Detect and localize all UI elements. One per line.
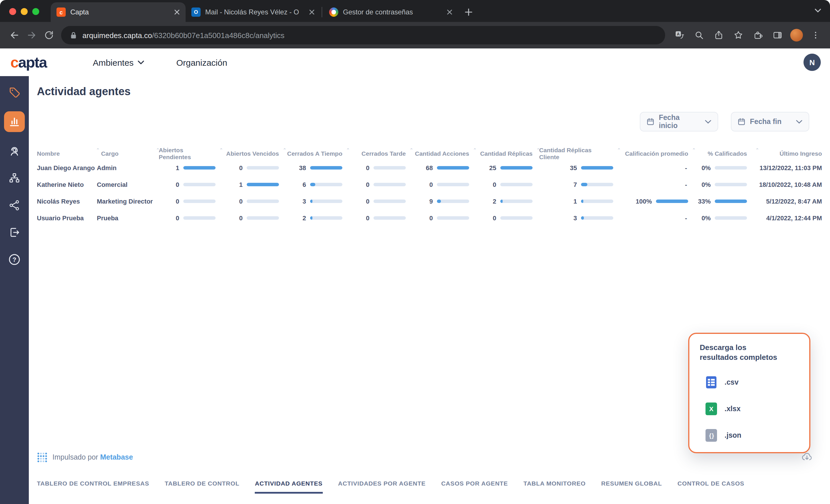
- close-tab-icon[interactable]: [447, 9, 452, 15]
- cell-metric: 0%: [693, 214, 756, 221]
- cell-metric: 35: [537, 164, 618, 171]
- cell-metric: 0: [347, 164, 410, 171]
- cell-metric: 0: [157, 181, 220, 188]
- new-tab-button[interactable]: [460, 4, 477, 20]
- dashboard-tab-tabla-monitoreo[interactable]: TABLA MONITOREO: [523, 480, 585, 494]
- nav-ambientes[interactable]: Ambientes: [93, 57, 144, 67]
- column-header-label: Cerrados A Tiempo: [287, 150, 342, 157]
- sort-caret-icon: ˆ: [756, 148, 758, 154]
- mini-bar: [374, 216, 406, 219]
- cell-value: 33%: [698, 197, 711, 204]
- cell-value: 0%: [701, 214, 711, 221]
- dashboard-tab-control-de-casos[interactable]: CONTROL DE CASOS: [677, 480, 744, 494]
- reload-button[interactable]: [40, 27, 58, 44]
- table-row[interactable]: Katherine NietoComercial0160007-0%18/10/…: [37, 176, 830, 193]
- app-nav: Ambientes Organización: [93, 57, 227, 67]
- start-date-filter[interactable]: Fecha inicio: [640, 112, 718, 131]
- download-option-xlsx[interactable]: X .xlsx: [700, 403, 799, 415]
- column-header[interactable]: ˆÚltimo Ingreso: [756, 150, 822, 157]
- cell-value: 3: [574, 214, 577, 221]
- network-icon[interactable]: [6, 197, 23, 213]
- browser-tab-mail[interactable]: O Mail - Nicolás Reyes Vélez - O: [186, 2, 320, 22]
- zoom-window-button[interactable]: [32, 8, 39, 15]
- column-header-label: Cerrados Tarde: [361, 150, 406, 157]
- column-header[interactable]: ˆCantidad Réplicas: [474, 150, 537, 157]
- table-row[interactable]: Usuario PruebaPrueba0020003-0%4/1/2022, …: [37, 209, 830, 226]
- column-header[interactable]: ˆCalificación promedio: [618, 150, 693, 157]
- cell-value: 68: [426, 164, 433, 171]
- column-header[interactable]: ˆCargo: [97, 150, 157, 157]
- cell-metric: 0: [347, 181, 410, 188]
- column-header[interactable]: ˆCantidad Acciones: [410, 150, 474, 157]
- column-header[interactable]: ˆCerrados A Tiempo: [284, 150, 347, 157]
- logout-icon[interactable]: [6, 224, 23, 241]
- table-row[interactable]: Juan Diego ArangoAdmin10380682535-0%13/1…: [37, 159, 830, 176]
- metabase-link[interactable]: Metabase: [100, 453, 133, 461]
- minimize-window-button[interactable]: [21, 8, 28, 15]
- address-bar[interactable]: arquimedes.capta.co/6320b60b07e1a5001a48…: [61, 26, 665, 44]
- bookmark-button[interactable]: [730, 27, 747, 44]
- dashboard-tab-casos-por-agente[interactable]: CASOS POR AGENTE: [441, 480, 508, 494]
- forward-button[interactable]: [23, 27, 40, 44]
- extensions-button[interactable]: [749, 27, 767, 44]
- side-panel-button[interactable]: [769, 27, 786, 44]
- mini-bar: [437, 166, 469, 169]
- end-date-filter[interactable]: Fecha fin: [731, 112, 809, 131]
- cell-value: Comercial: [97, 181, 127, 188]
- agents-icon[interactable]: [6, 143, 23, 159]
- column-header-label: Abiertos Pendientes: [159, 147, 216, 160]
- browser-tab-capta[interactable]: c Capta: [51, 2, 186, 22]
- dashboard-tab-actividades-por-agente[interactable]: ACTIVIDADES POR AGENTE: [338, 480, 426, 494]
- translate-button[interactable]: A: [671, 27, 688, 44]
- dashboard-tab-resumen-global[interactable]: RESUMEN GLOBAL: [601, 480, 662, 494]
- nav-organizacion[interactable]: Organización: [177, 57, 227, 67]
- cell-value: -: [685, 164, 687, 171]
- column-header[interactable]: Nombre: [37, 150, 97, 157]
- dashboard-tab-tablero-de-control-empresas[interactable]: TABLERO DE CONTROL EMPRESAS: [37, 480, 149, 494]
- mini-bar: [374, 199, 406, 203]
- filter-label: Fecha inicio: [659, 114, 700, 130]
- column-header[interactable]: ˆCerrados Tarde: [347, 150, 410, 157]
- mini-bar: [500, 183, 533, 186]
- browser-profile-avatar[interactable]: [790, 29, 803, 41]
- cell-value: 0%: [701, 181, 711, 188]
- browser-tab-passwords[interactable]: Gestor de contraseñas: [323, 2, 458, 22]
- sort-caret-icon: ˆ: [693, 148, 695, 154]
- workflow-icon[interactable]: [6, 170, 23, 186]
- tag-icon[interactable]: [6, 84, 23, 100]
- column-header[interactable]: ˆAbiertos Vencidos: [220, 150, 284, 157]
- cell-metric: 0: [220, 197, 284, 204]
- download-option-csv[interactable]: .csv: [700, 376, 799, 389]
- help-icon[interactable]: ?: [6, 251, 23, 267]
- powered-by-text: Impulsado por: [53, 453, 98, 461]
- column-header-label: Nombre: [37, 150, 60, 157]
- plus-icon: [465, 8, 473, 16]
- browser-menu-button[interactable]: [807, 27, 824, 44]
- column-header[interactable]: ˆCantidad Réplicas Cliente: [537, 147, 618, 160]
- mini-bar: [656, 199, 688, 203]
- column-header[interactable]: ˆAbiertos Pendientes: [157, 147, 220, 160]
- cell-metric: -: [618, 214, 693, 221]
- close-tab-icon[interactable]: [174, 9, 180, 15]
- cell-value: 38: [299, 164, 306, 171]
- mini-bar: [500, 216, 533, 219]
- agents-activity-table: NombreˆCargoˆAbiertos PendientesˆAbierto…: [37, 148, 830, 226]
- close-window-button[interactable]: [9, 8, 16, 15]
- back-button[interactable]: [6, 27, 23, 44]
- dashboard-tab-tablero-de-control[interactable]: TABLERO DE CONTROL: [165, 480, 240, 494]
- tab-search-button[interactable]: [814, 6, 822, 17]
- column-header-label: Cargo: [101, 150, 119, 157]
- metabase-logo-icon: [37, 452, 47, 463]
- column-header[interactable]: ˆ% Calificados: [693, 150, 756, 157]
- capta-logo[interactable]: capta: [10, 55, 47, 70]
- analytics-icon[interactable]: [4, 111, 25, 132]
- user-avatar[interactable]: N: [803, 54, 821, 71]
- table-row[interactable]: Nicolás ReyesMarketing Director003092110…: [37, 193, 830, 209]
- search-button[interactable]: [691, 27, 708, 44]
- dashboard-tab-actividad-agentes[interactable]: ACTIVIDAD AGENTES: [255, 480, 323, 494]
- cell-value: 6: [302, 181, 306, 188]
- share-button[interactable]: [710, 27, 727, 44]
- close-tab-icon[interactable]: [309, 9, 315, 15]
- side-panel-icon: [772, 30, 783, 40]
- download-option-json[interactable]: { } .json: [700, 429, 799, 442]
